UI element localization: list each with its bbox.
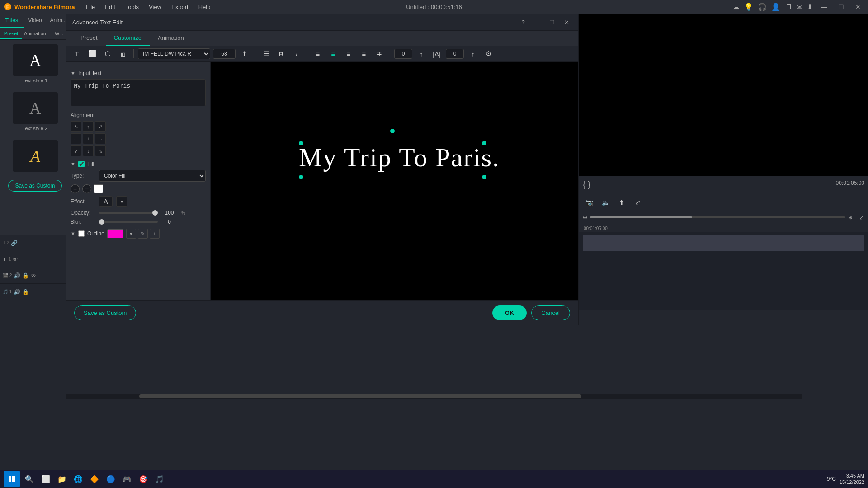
- effect-preview-btn[interactable]: A: [99, 196, 113, 207]
- scrollbar-thumb[interactable]: [139, 394, 581, 398]
- text-tool-btn[interactable]: T: [71, 48, 83, 60]
- align-center-btn[interactable]: ≡: [327, 48, 340, 60]
- align-left-btn[interactable]: ≡: [311, 48, 324, 60]
- blur-slider[interactable]: [99, 221, 158, 223]
- avatar-icon[interactable]: 👤: [771, 3, 780, 11]
- num-stepper-1[interactable]: ↕: [415, 48, 428, 60]
- text-style-1-item[interactable]: A Text style 1: [0, 40, 70, 88]
- cloud-icon[interactable]: ☁: [732, 3, 740, 11]
- subtab-animation[interactable]: Animation: [22, 28, 48, 39]
- dialog-help-btn[interactable]: ?: [518, 18, 528, 27]
- taskbar-taskview[interactable]: ⬜: [39, 472, 52, 486]
- align-topright[interactable]: ↗: [95, 121, 106, 132]
- outline-section-header[interactable]: ▼ Outline ▾ ✎ +: [71, 229, 206, 239]
- align-middleright[interactable]: →: [95, 133, 106, 144]
- taskbar-app5[interactable]: 🎵: [153, 472, 166, 486]
- fill-checkbox[interactable]: [78, 161, 85, 167]
- transform-tool-btn[interactable]: ⬜: [86, 48, 99, 60]
- ok-btn[interactable]: OK: [492, 305, 527, 320]
- taskbar-app4[interactable]: 🎯: [137, 472, 150, 486]
- align-right-btn[interactable]: ≡: [342, 48, 355, 60]
- dialog-tab-preset[interactable]: Preset: [72, 31, 106, 46]
- outline-picker-btn[interactable]: ✎: [138, 229, 148, 239]
- tab-video[interactable]: Video: [24, 14, 47, 28]
- input-text-header[interactable]: ▼ Input Text: [71, 70, 206, 76]
- bold-btn[interactable]: B: [275, 48, 288, 60]
- minimize-btn[interactable]: —: [817, 1, 830, 12]
- outline-color-swatch[interactable]: [107, 229, 123, 238]
- add-fill-btn[interactable]: +: [71, 184, 80, 193]
- right-audio-btn[interactable]: 🔈: [599, 197, 612, 208]
- right-camera-btn[interactable]: 📷: [583, 197, 595, 208]
- dialog-close-btn[interactable]: ✕: [561, 18, 572, 27]
- outline-fill-btn[interactable]: ▾: [126, 229, 136, 239]
- num-input-1[interactable]: [394, 49, 412, 59]
- num-stepper-2[interactable]: ↕: [467, 48, 479, 60]
- font-size-stepper[interactable]: ⬆: [238, 48, 251, 60]
- taskbar-files[interactable]: 📁: [55, 472, 69, 486]
- text-caps-btn[interactable]: |A|: [430, 48, 443, 60]
- subtab-preset[interactable]: Preset: [0, 28, 22, 39]
- track-lock-2[interactable]: 🔒: [22, 272, 29, 279]
- track-lock-3[interactable]: 🔒: [22, 289, 29, 295]
- cancel-btn[interactable]: Cancel: [531, 305, 570, 320]
- italic-btn[interactable]: I: [290, 48, 303, 60]
- line-spacing-btn[interactable]: ☰: [259, 48, 272, 60]
- track-vol-btn[interactable]: 🔊: [14, 272, 20, 279]
- right-export-btn[interactable]: ⬆: [615, 197, 628, 208]
- text-style-3-item[interactable]: A: [0, 136, 70, 176]
- fill-section-header[interactable]: ▼ Fill: [71, 161, 206, 167]
- align-justify-btn[interactable]: ≡: [358, 48, 370, 60]
- email-icon[interactable]: ✉: [797, 3, 802, 11]
- font-size-input[interactable]: [213, 49, 236, 59]
- outline-add-btn[interactable]: +: [150, 229, 160, 239]
- strikethrough-btn[interactable]: T: [373, 48, 386, 60]
- menu-export[interactable]: Export: [167, 2, 193, 12]
- left-bracket[interactable]: { }: [583, 180, 590, 189]
- effect-dropdown-btn[interactable]: ▾: [116, 196, 127, 207]
- track-lock-icon[interactable]: 🔗: [11, 240, 18, 246]
- delete-tool-btn[interactable]: 🗑: [117, 48, 129, 60]
- menu-tools[interactable]: Tools: [121, 2, 143, 12]
- align-topcenter[interactable]: ↑: [83, 121, 94, 132]
- download-icon[interactable]: ⬇: [807, 3, 813, 11]
- align-bottomleft[interactable]: ↙: [71, 145, 81, 156]
- maximize-btn[interactable]: ☐: [835, 1, 847, 12]
- handle-bottomleft[interactable]: [299, 175, 303, 179]
- track-eye-btn[interactable]: 👁: [13, 256, 18, 263]
- input-text-area[interactable]: My Trip To Paris.: [71, 79, 206, 106]
- align-bottomright[interactable]: ↘: [95, 145, 106, 156]
- timeline-scrollbar[interactable]: [66, 394, 802, 399]
- dialog-minimize-btn[interactable]: —: [532, 18, 543, 27]
- close-btn[interactable]: ✕: [852, 1, 864, 12]
- tab-titles[interactable]: Titles: [0, 14, 24, 28]
- align-middlecenter[interactable]: +: [83, 133, 94, 144]
- menu-view[interactable]: View: [144, 2, 166, 12]
- num-input-2[interactable]: [446, 49, 464, 59]
- track-vol-3[interactable]: 🔊: [14, 289, 20, 295]
- opacity-slider[interactable]: [99, 212, 158, 214]
- track-eye-2[interactable]: 👁: [31, 272, 36, 279]
- dialog-maximize-btn[interactable]: ☐: [547, 18, 557, 27]
- align-bottomcenter[interactable]: ↓: [83, 145, 94, 156]
- font-family-select[interactable]: IM FELL DW Pica R: [138, 48, 210, 59]
- save-as-custom-left-btn[interactable]: Save as Custom: [8, 180, 61, 192]
- taskbar-search[interactable]: 🔍: [23, 472, 36, 486]
- bulb-icon[interactable]: 💡: [744, 3, 753, 11]
- taskbar-browser[interactable]: 🌐: [71, 472, 85, 486]
- settings-btn[interactable]: ⚙: [482, 48, 495, 60]
- menu-file[interactable]: File: [81, 2, 99, 12]
- right-expand-btn[interactable]: ⤢: [859, 214, 864, 221]
- right-fullscreen-btn[interactable]: ⤢: [632, 197, 644, 208]
- dialog-tab-animation[interactable]: Animation: [150, 31, 192, 46]
- align-topleft[interactable]: ↖: [71, 121, 81, 132]
- fill-color-swatch[interactable]: [94, 184, 103, 193]
- handle-topcenter[interactable]: [390, 129, 395, 133]
- menu-help[interactable]: Help: [194, 2, 215, 12]
- mask-tool-btn[interactable]: ⬡: [101, 48, 114, 60]
- headphone-icon[interactable]: 🎧: [758, 3, 767, 11]
- taskbar-app1[interactable]: 🔶: [88, 472, 101, 486]
- align-middleleft[interactable]: ←: [71, 133, 81, 144]
- taskbar-app2[interactable]: 🔵: [104, 472, 118, 486]
- text-style-2-item[interactable]: A Text style 2: [0, 88, 70, 136]
